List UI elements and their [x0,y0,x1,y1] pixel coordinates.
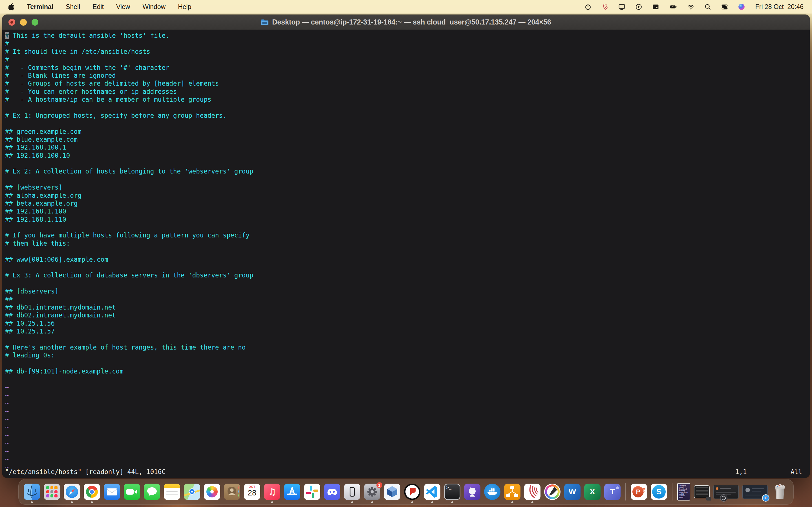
dock-icon-minimized-window-gear[interactable] [713,485,739,499]
menu-items: TerminalShellEditViewWindowHelp [27,3,192,11]
menu-window[interactable]: Window [142,3,165,11]
dock-icon-contacts[interactable] [224,484,240,500]
dock-icon-minimized-doc[interactable]: Forking Up Python: Compiling & Installin… [677,483,690,501]
calendar-month: OCT [244,485,260,489]
dock-divider [625,483,626,501]
minimize-button[interactable] [20,19,27,25]
terminal-window: Desktop — centos@ip-172-31-19-184:~ — ss… [2,15,810,478]
vim-tilde: ~ [5,391,810,399]
vim-tilde: ~ [5,399,810,407]
power-icon[interactable] [585,3,592,10]
dock-icon-minimized-terminal[interactable]: ... [694,485,710,498]
terminal-line [5,119,810,127]
dock-icon-slack[interactable] [304,484,320,500]
dock-icon-app-store[interactable] [284,484,300,500]
dock-icon-mail[interactable] [104,484,120,500]
dock-icon-finder[interactable] [24,484,40,500]
dock-icon-trash[interactable] [771,483,788,500]
vim-cursor: # [5,32,9,39]
terminal-line: # - A hostname/ip can be a member of mul… [5,96,810,103]
status-icons [585,3,745,10]
dock-icon-discord[interactable] [324,484,340,500]
dock-icon-docker[interactable] [484,484,500,500]
terminal-line [5,223,810,231]
close-button[interactable] [8,19,15,25]
menu-edit[interactable]: Edit [93,3,104,11]
desktop: TerminalShellEditViewWindowHelp Fri 28 O… [0,0,812,507]
spotlight-icon[interactable] [704,3,711,10]
dock-icon-skype[interactable]: S [651,484,667,500]
menu-bar: TerminalShellEditViewWindowHelp Fri 28 O… [0,0,812,13]
vim-tilde: ~ [5,455,810,463]
dock-icon-system-settings[interactable]: 1 [364,484,380,500]
dock-icon-facetime[interactable] [124,484,140,500]
running-indicator [411,501,413,503]
keyboard-window-icon[interactable] [652,3,659,10]
apple-menu-icon[interactable] [8,3,14,10]
dock-icon-krita[interactable] [544,484,560,500]
battery-charging-icon[interactable] [669,3,677,10]
terminal-line: # It should live in /etc/ansible/hosts [5,48,810,55]
screen-mirroring-icon[interactable] [618,3,626,10]
dock-icon-github-desktop[interactable] [464,484,480,500]
running-indicator [271,501,273,503]
dock-icon-maps[interactable] [184,484,200,500]
dock-icon-virtualbox[interactable] [384,484,400,500]
vim-tilde: ~ [5,431,810,439]
menu-view[interactable]: View [116,3,130,11]
dock-icon-chrome[interactable] [84,484,100,500]
terminal-line [5,359,810,367]
terminal-line: ## db-[99:101]-node.example.com [5,367,810,375]
menu-help[interactable]: Help [178,3,191,11]
terminal-line: ## db02.intranet.mydomain.net [5,311,810,319]
dock-icon-teams[interactable]: T [604,484,620,500]
terminal-rows: # This is the default ansible 'hosts' fi… [5,32,810,471]
terminal-line: # leading 0s: [5,351,810,359]
menubar-clock[interactable]: Fri 28 Oct 20:46 [755,3,804,11]
menu-terminal[interactable]: Terminal [27,3,53,11]
terminal-line: ## 10.25.1.57 [5,327,810,335]
dock-icon-vscode[interactable] [424,484,441,500]
zoom-button[interactable] [32,19,38,25]
terminal-line: # Ex 1: Ungrouped hosts, specify before … [5,112,810,119]
wifi-icon[interactable] [687,3,695,10]
dock-icon-labex[interactable] [524,484,541,500]
terminal-line: ## beta.example.org [5,200,810,207]
control-center-icon[interactable] [721,3,728,10]
labex-waves-icon[interactable] [601,3,608,10]
dock-icon-drawio[interactable] [504,484,520,500]
folder-proxy-icon [261,19,269,25]
dock-icon-launchpad[interactable] [44,484,60,500]
now-playing-icon[interactable] [635,3,642,10]
terminal-line [5,279,810,287]
dock-icon-safari[interactable] [64,484,80,500]
dock-icon-music[interactable]: ♫ [264,484,280,500]
terminal-line: # [5,40,810,47]
dock-icon-excel[interactable]: X [584,484,601,500]
terminal-line: # - You can enter hostnames or ip addres… [5,88,810,96]
calendar-day: 28 [244,489,260,497]
window-title-text: Desktop — centos@ip-172-31-19-184:~ — ss… [272,18,551,26]
dock-icon-red-circle-app[interactable] [404,484,420,500]
dock-icon-notes[interactable] [164,484,180,500]
traffic-lights [8,15,38,30]
dock-icon-terminal[interactable]: >_ [444,484,460,500]
terminal-line: ## alpha.example.org [5,191,810,200]
terminal-line [5,263,810,271]
menu-shell[interactable]: Shell [66,3,80,11]
terminal-line: # If you have multiple hosts following a… [5,231,810,239]
dock-icon-iphone-mirroring[interactable] [344,484,360,500]
dock-icon-messages[interactable] [144,484,160,500]
dock-icon-word[interactable]: W [564,484,580,500]
title-bar[interactable]: Desktop — centos@ip-172-31-19-184:~ — ss… [2,15,810,30]
dock-icon-photos[interactable] [204,484,220,500]
dock-icon-powerpoint[interactable]: P [631,484,647,500]
siri-icon[interactable] [738,3,745,10]
running-indicator [432,501,434,503]
dock-icon-minimized-window-safari[interactable] [742,485,768,499]
dock-icon-calendar[interactable]: OCT28 [244,484,260,500]
terminal-line: ## db01.intranet.mydomain.net [5,303,810,311]
ellipsis-badge: ... [706,497,711,501]
terminal-line [5,175,810,183]
terminal-content[interactable]: # This is the default ansible 'hosts' fi… [2,30,810,478]
